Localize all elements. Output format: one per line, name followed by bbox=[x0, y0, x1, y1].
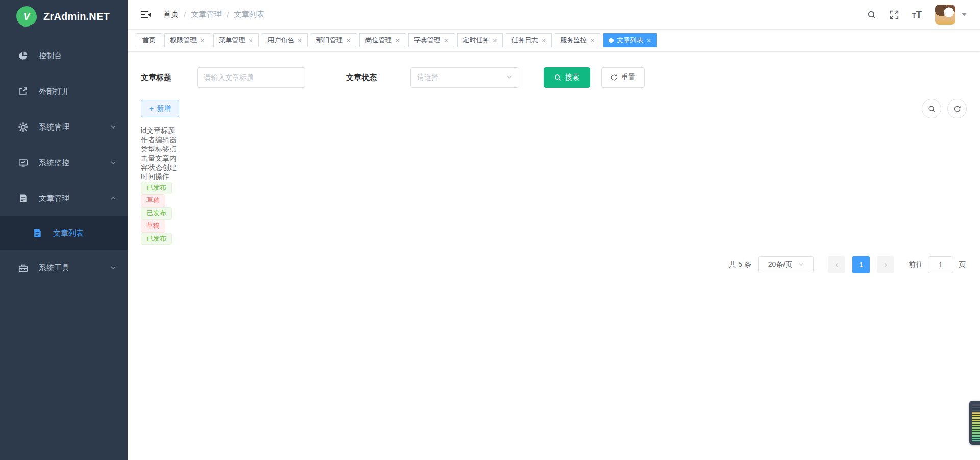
total-count: 共 5 条 bbox=[729, 260, 751, 269]
color-meter-bars bbox=[972, 404, 980, 441]
breadcrumb-home[interactable]: 首页 bbox=[163, 10, 179, 19]
user-avatar[interactable] bbox=[935, 5, 955, 25]
monitor-icon bbox=[17, 158, 29, 168]
search-icon[interactable] bbox=[867, 10, 876, 19]
chevron-down-icon bbox=[506, 73, 512, 82]
article-status-select[interactable]: 请选择 bbox=[410, 67, 519, 88]
table-header-row: id文章标题作者编辑器类型标签点击量文章内容状态创建时间操作 bbox=[141, 126, 967, 182]
navbar-actions: TT bbox=[867, 5, 967, 25]
breadcrumb-separator: / bbox=[184, 10, 186, 19]
document-icon bbox=[17, 194, 29, 203]
status-badge: 已发布 bbox=[141, 182, 172, 194]
prev-page-button[interactable]: ‹ bbox=[828, 256, 845, 273]
search-icon bbox=[554, 74, 561, 81]
breadcrumb-parent: 文章管理 bbox=[191, 10, 222, 19]
status-badge: 已发布 bbox=[141, 233, 172, 245]
sidebar-item[interactable]: 外部打开 bbox=[0, 73, 128, 109]
breadcrumb-current: 文章列表 bbox=[234, 10, 264, 19]
close-icon[interactable]: × bbox=[646, 37, 651, 44]
tab-10[interactable]: 文章列表× bbox=[603, 33, 657, 47]
close-icon[interactable]: × bbox=[590, 37, 595, 44]
pagination: 共 5 条 20条/页 ‹ 1 › 前往 页 bbox=[142, 256, 966, 273]
tab-0[interactable]: 首页 bbox=[137, 33, 161, 47]
font-size-icon[interactable]: TT bbox=[912, 9, 922, 20]
color-meter-widget bbox=[969, 401, 980, 445]
table-body: 已发布草稿已发布草稿已发布 bbox=[141, 182, 967, 245]
article-title-label: 文章标题 bbox=[141, 73, 172, 83]
tab-5[interactable]: 岗位管理× bbox=[359, 33, 405, 47]
refresh-icon bbox=[610, 74, 618, 81]
chevron-down-icon bbox=[110, 124, 116, 130]
tab-2[interactable]: 菜单管理× bbox=[213, 33, 259, 47]
close-icon[interactable]: × bbox=[200, 37, 205, 44]
close-icon[interactable]: × bbox=[346, 37, 351, 44]
status-badge: 草稿 bbox=[141, 194, 165, 207]
refresh-icon bbox=[953, 105, 961, 113]
sidebar-item[interactable]: 系统工具 bbox=[0, 250, 128, 286]
sidebar-menu: 控制台外部打开系统管理系统监控文章管理文章列表系统工具 bbox=[0, 38, 128, 286]
table-tools bbox=[922, 99, 967, 118]
breadcrumb-separator: / bbox=[227, 10, 229, 19]
sidebar-item[interactable]: 系统监控 bbox=[0, 145, 128, 181]
app-root: V ZrAdmin.NET 控制台外部打开系统管理系统监控文章管理文章列表系统工… bbox=[0, 0, 980, 460]
chevron-down-icon bbox=[110, 160, 116, 166]
page-number-1[interactable]: 1 bbox=[852, 256, 870, 273]
close-icon[interactable]: × bbox=[541, 37, 546, 44]
close-icon[interactable]: × bbox=[493, 37, 498, 44]
chevron-up-icon bbox=[110, 195, 116, 201]
add-button[interactable]: + 新增 bbox=[141, 100, 179, 117]
tab-9[interactable]: 服务监控× bbox=[555, 33, 601, 47]
article-title-input[interactable] bbox=[197, 67, 305, 88]
table-toolbar: + 新增 bbox=[141, 99, 967, 118]
next-page-button[interactable]: › bbox=[877, 256, 894, 273]
goto-page-input[interactable] bbox=[928, 256, 953, 273]
tab-6[interactable]: 字典管理× bbox=[408, 33, 454, 47]
sidebar-item[interactable]: 文章管理 bbox=[0, 181, 128, 216]
chevron-down-icon bbox=[798, 261, 804, 269]
sidebar-item[interactable]: 系统管理 bbox=[0, 109, 128, 145]
search-button[interactable]: 搜索 bbox=[544, 67, 590, 88]
tab-4[interactable]: 部门管理× bbox=[311, 33, 357, 47]
status-badge: 草稿 bbox=[141, 220, 165, 233]
sidebar-collapse-icon[interactable] bbox=[141, 10, 151, 19]
close-icon[interactable]: × bbox=[297, 37, 302, 44]
status-badge: 已发布 bbox=[141, 207, 172, 220]
search-icon bbox=[928, 105, 936, 113]
reset-button[interactable]: 重置 bbox=[601, 67, 645, 88]
dashboard-icon bbox=[17, 50, 29, 61]
caret-down-icon[interactable] bbox=[962, 13, 967, 16]
gear-icon bbox=[17, 122, 29, 132]
page-size-select[interactable]: 20条/页 bbox=[758, 256, 814, 273]
refresh-table-button[interactable] bbox=[947, 99, 967, 118]
chevron-down-icon bbox=[110, 265, 116, 271]
fullscreen-icon[interactable] bbox=[890, 10, 899, 19]
sidebar-item[interactable]: 控制台 bbox=[0, 38, 128, 73]
tab-3[interactable]: 用户角色× bbox=[262, 33, 308, 47]
tab-7[interactable]: 定时任务× bbox=[457, 33, 503, 47]
sidebar: V ZrAdmin.NET 控制台外部打开系统管理系统监控文章管理文章列表系统工… bbox=[0, 0, 128, 460]
close-icon[interactable]: × bbox=[249, 37, 254, 44]
breadcrumb: 首页 / 文章管理 / 文章列表 bbox=[163, 10, 264, 19]
page-content: 文章标题 文章状态 请选择 搜索 重置 bbox=[128, 51, 980, 460]
logo-mark-icon: V bbox=[16, 6, 37, 27]
show-search-button[interactable] bbox=[922, 99, 941, 118]
article-status-label: 文章状态 bbox=[346, 73, 377, 83]
app-logo[interactable]: V ZrAdmin.NET bbox=[0, 0, 128, 33]
close-icon[interactable]: × bbox=[395, 37, 400, 44]
tab-1[interactable]: 权限管理× bbox=[164, 33, 210, 47]
filter-form: 文章标题 文章状态 请选择 搜索 重置 bbox=[141, 67, 967, 88]
close-icon[interactable]: × bbox=[444, 37, 449, 44]
app-title: ZrAdmin.NET bbox=[43, 11, 110, 22]
tab-8[interactable]: 任务日志× bbox=[506, 33, 552, 47]
tags-view-bar: 首页权限管理×菜单管理×用户角色×部门管理×岗位管理×字典管理×定时任务×任务日… bbox=[128, 30, 980, 51]
goto-page: 前往 页 bbox=[909, 256, 966, 273]
main-area: 首页 / 文章管理 / 文章列表 TT 首页权限管理×菜 bbox=[128, 0, 980, 460]
active-tab-dot bbox=[609, 38, 614, 43]
sidebar-subitem[interactable]: 文章列表 bbox=[0, 216, 128, 250]
toolbox-icon bbox=[17, 263, 29, 273]
select-placeholder: 请选择 bbox=[417, 73, 438, 82]
sidebar-submenu: 文章列表 bbox=[0, 216, 128, 250]
articles-table: id文章标题作者编辑器类型标签点击量文章内容状态创建时间操作 已发布草稿已发布草… bbox=[141, 126, 967, 245]
document-icon bbox=[32, 228, 43, 238]
page-suffix: 页 bbox=[959, 260, 966, 269]
